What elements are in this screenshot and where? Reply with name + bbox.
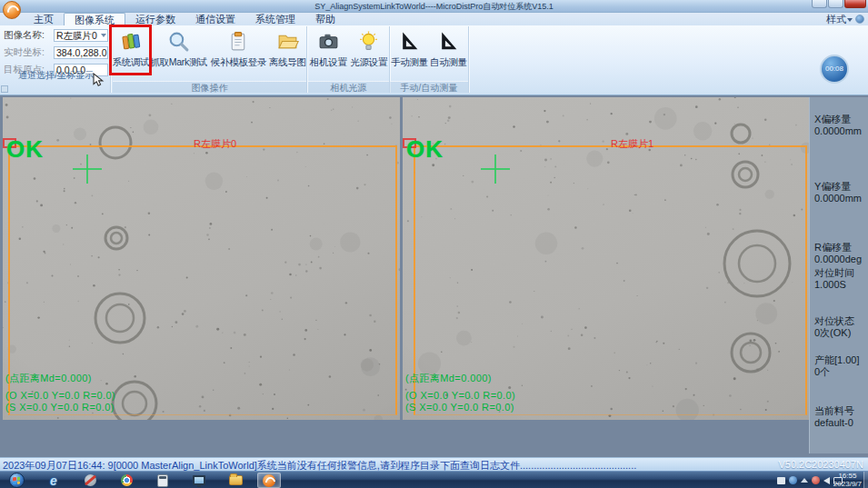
calculator-icon [157, 474, 168, 487]
auto-measure-button[interactable]: 自动测量 [429, 26, 468, 81]
readout-label: 对位状态 [814, 315, 854, 326]
overlay-line: (S X=0.0 Y=0.0 R=0.0) [5, 402, 115, 413]
taskbar-ie-button[interactable]: e [42, 473, 65, 488]
grab-mark-test-button[interactable]: 抓取Mark测试 [149, 26, 209, 81]
folder-open-icon [276, 30, 299, 53]
tab-help[interactable]: 帮助 [305, 13, 345, 25]
tab-system-mgmt[interactable]: 系统管理 [245, 13, 305, 25]
main-area: OK R左膜片0 (点距离Md=0.000) (O X=0.0 Y=0.0 R=… [0, 95, 868, 457]
panel-expander[interactable] [1, 85, 8, 93]
realtime-coord-row: 实时坐标: 384.0,288.0 [4, 45, 108, 60]
readout-value: default-0 [814, 417, 853, 428]
align-app-icon [263, 474, 275, 487]
realtime-coord-value: 384.0,288.0 [56, 47, 106, 58]
readout-label: Y偏移量 [814, 181, 851, 192]
windows-orb-icon [9, 473, 25, 488]
tray-alert-icon[interactable] [812, 476, 820, 484]
tab-run-params[interactable]: 运行参数 [125, 13, 185, 25]
readout-sidebar: X偏移量0.0000mm Y偏移量0.0000mm R偏移量0.0000deg … [809, 97, 868, 453]
overlay-line: (S X=0.0 Y=0.0 R=0.0) [405, 402, 514, 413]
readout-label: 产能[1.00] [814, 354, 860, 365]
template-register-button[interactable]: 候补模板登录 [209, 26, 269, 81]
annotation-highlight-box [109, 25, 152, 75]
tab-home[interactable]: 主页 [24, 13, 64, 25]
style-button[interactable]: 样式 [826, 13, 846, 25]
overlay-line: (点距离Md=0.000) [5, 372, 92, 385]
combo-dropdown-icon[interactable] [101, 34, 106, 37]
readout-value: 1.000S [814, 279, 846, 290]
show-desktop-button[interactable] [863, 472, 868, 488]
ie-icon: e [50, 473, 57, 488]
triangle-ruler-icon [437, 30, 460, 53]
cycle-timer-badge: 00:08 [820, 55, 849, 84]
app-window: SY_AliagnSystemLinkToWorld----MicroDistP… [0, 0, 868, 488]
button-label: 光源设置 [350, 56, 387, 69]
taskbar-align-app-button[interactable] [257, 473, 281, 488]
camera-view-right[interactable]: OK R左膜片1 (点距离Md=0.000) (O X=0.0 Y=0.0 R=… [403, 97, 809, 420]
readout-label: 对位时间 [814, 267, 854, 278]
status-bar: 2023年09月07日16:44: 9[0000 MasterAlign_Lin… [0, 457, 868, 471]
chevron-down-icon [847, 18, 853, 22]
tab-comm-settings[interactable]: 通信设置 [185, 13, 245, 25]
close-button[interactable] [844, 0, 866, 8]
ribbon-group-measure: 手动测量 自动测量 手动/自动测量 [390, 26, 469, 93]
window-title: SY_AliagnSystemLinkToWorld----MicroDistP… [0, 1, 868, 13]
title-bar: SY_AliagnSystemLinkToWorld----MicroDistP… [0, 0, 868, 13]
camera-settings-button[interactable]: 相机设置 [308, 26, 349, 81]
start-button[interactable] [5, 473, 28, 488]
monitor-icon [193, 475, 205, 485]
status-ok-text: OK [406, 135, 444, 164]
taskbar-computer-button[interactable] [187, 473, 211, 488]
readout-align-time: 对位时间1.000S [814, 267, 866, 290]
style-icon[interactable] [855, 15, 864, 24]
taskbar-explorer-button[interactable] [224, 473, 247, 488]
readout-value: 0.0000mm [814, 125, 862, 136]
chrome-icon [121, 474, 133, 486]
ribbon-group-camera-light: 相机设置 光源设置 相机光源 [308, 26, 390, 93]
readout-y-offset: Y偏移量0.0000mm [814, 181, 866, 204]
triangle-ruler-icon [398, 30, 421, 53]
light-settings-button[interactable]: 光源设置 [349, 26, 390, 81]
volume-icon[interactable] [823, 477, 830, 484]
tray-app-icon[interactable] [789, 476, 797, 484]
crosshair-icon [481, 154, 510, 184]
overlay-line: (点距离Md=0.000) [405, 372, 492, 385]
tray-expand-icon[interactable] [801, 478, 808, 483]
folder-icon [229, 475, 243, 485]
image-name-row: 图像名称: R左膜片0 [4, 28, 108, 43]
button-label: 手动测量 [391, 56, 428, 69]
maximize-button[interactable] [828, 0, 843, 8]
taskbar-chrome-button[interactable] [115, 473, 138, 488]
mouse-cursor [93, 73, 105, 87]
readout-r-offset: R偏移量0.0000deg [814, 242, 866, 264]
offline-map-button[interactable]: 离线导图 [268, 26, 306, 81]
status-ok-text: OK [6, 135, 44, 164]
group-label-image-ops: 图像操作 [113, 81, 306, 93]
button-label: 自动测量 [430, 56, 467, 69]
minimize-button[interactable] [812, 0, 827, 8]
button-label: 抓取Mark测试 [150, 56, 207, 69]
readout-value: 0.0000mm [814, 193, 862, 204]
overlay-line: (O X=0.0 Y=0.0 R=0.0) [405, 390, 515, 401]
menu-tabs: 主页 图像系统 运行参数 通信设置 系统管理 帮助 [24, 13, 345, 25]
app-logo-icon[interactable] [3, 1, 21, 19]
taskbar-calculator-button[interactable] [151, 473, 175, 488]
realtime-coord-field[interactable]: 384.0,288.0 [54, 46, 108, 59]
overlay-line: (O X=0.0 Y=0.0 R=0.0) [5, 390, 115, 401]
taskbar-tool-button[interactable] [78, 473, 102, 488]
image-name-value: R左膜片0 [56, 30, 97, 41]
button-label: 相机设置 [310, 56, 347, 69]
bulb-icon [357, 30, 380, 53]
language-icon[interactable] [777, 477, 785, 484]
button-label: 候补模板登录 [211, 56, 266, 69]
camera-view-left[interactable]: OK R左膜片0 (点距离Md=0.000) (O X=0.0 Y=0.0 R=… [3, 97, 400, 420]
manual-measure-button[interactable]: 手动测量 [390, 26, 429, 81]
readout-label: R偏移量 [814, 242, 852, 253]
tab-image-system[interactable]: 图像系统 [64, 13, 125, 25]
image-name-combobox[interactable]: R左膜片0 [54, 29, 108, 42]
taskbar-clock[interactable]: 16:55 2023/9/7 [833, 473, 862, 488]
readout-value: 0次(OK) [814, 327, 851, 338]
taskbar: e 16:55 2023/9/7 [0, 471, 868, 488]
readout-label: X偏移量 [814, 114, 851, 124]
clock-date: 2023/9/7 [833, 480, 862, 488]
